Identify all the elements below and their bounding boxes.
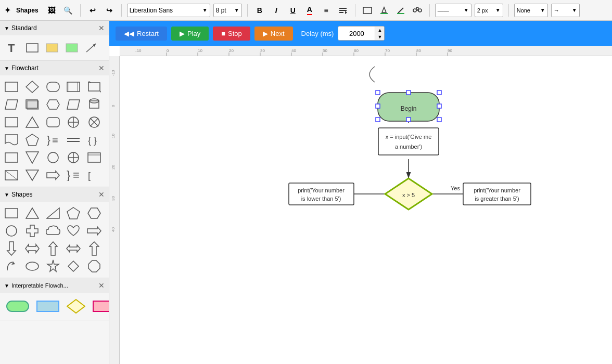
next-btn[interactable]: ▶ Next [254,27,293,41]
fc-chevron-down[interactable] [24,149,41,166]
waypoint-btn[interactable] [411,4,424,17]
fc-circle[interactable] [45,149,61,166]
fc-x-circle[interactable] [86,114,103,131]
arrow-shape[interactable] [83,40,100,56]
fc-rounded-rect2[interactable] [45,114,61,131]
bold-btn[interactable]: B [253,4,266,17]
fc-rect[interactable] [3,79,20,95]
sh-cross[interactable] [24,223,41,239]
filled-rect-shape[interactable] [44,40,60,56]
sh-dbl-arrow-h2[interactable] [65,240,82,257]
sh-star[interactable] [45,258,61,275]
sh-arrow-up2[interactable] [86,240,103,257]
interp-begin-end[interactable] [4,298,31,314]
flowchart-section-header[interactable]: ▼ Flowchart ✕ [0,61,109,75]
line-width-select[interactable]: 2 px ▼ [475,4,503,17]
fc-rect3[interactable] [3,149,20,166]
search-icon-btn[interactable]: 🔍 [61,4,75,17]
fc-arrow-right[interactable] [45,167,61,184]
align-btn[interactable]: ≡ [320,4,333,17]
fc-circle-cross[interactable] [65,114,82,131]
fc-left-curly[interactable]: }≡ [65,167,82,184]
standard-close-btn[interactable]: ✕ [98,24,105,32]
font-size-select[interactable]: 8 pt ▼ [213,4,242,17]
fc-bracket[interactable]: [ [86,167,103,184]
fc-circle-cross2[interactable] [65,149,82,166]
italic-btn[interactable]: I [270,4,283,17]
delay-input[interactable] [338,28,375,40]
sh-diamond[interactable] [65,258,82,275]
sh-cloud[interactable] [45,223,61,239]
line-style-select[interactable]: —— ▼ [435,4,471,17]
canvas-area[interactable]: -10 0 10 20 30 40 50 60 70 80 90 [109,46,612,364]
standard-section-header[interactable]: ▼ Standard ✕ [0,21,109,35]
shapes-close-btn[interactable]: ✕ [98,190,105,199]
fc-scroll[interactable] [86,79,103,95]
sh-heart[interactable] [65,223,82,239]
svg-marker-33 [26,117,39,127]
fc-double-rect[interactable] [65,79,82,95]
fc-diamond[interactable] [24,79,41,95]
svg-point-67 [6,226,17,236]
sh-circle[interactable] [3,223,20,239]
sep2 [121,4,122,17]
underline-btn[interactable]: U [286,4,300,17]
play-btn[interactable]: ▶ Play [171,27,209,41]
fc-shadow-rect[interactable] [24,96,41,113]
font-select[interactable]: Liberation Sans ▼ [127,4,210,17]
sh-pentagon[interactable] [65,205,82,222]
flowchart-close-btn[interactable]: ✕ [98,64,105,72]
fc-parallelogram[interactable] [65,96,82,113]
connection-end-select[interactable]: → ▼ [551,4,580,17]
fc-triangle[interactable] [24,114,41,131]
sh-right-triangle[interactable] [45,205,61,222]
interpretable-close-btn[interactable]: ✕ [98,281,105,290]
fc-inv-triangle[interactable] [24,167,41,184]
restart-btn[interactable]: ◀◀ Restart [116,27,167,41]
canvas-content[interactable]: No Yes [120,56,612,364]
sh-arrow-down[interactable] [3,240,20,257]
undo-btn[interactable]: ↩ [86,4,99,17]
fc-equals[interactable] [65,132,82,148]
fc-rect2[interactable] [3,114,20,131]
fc-pentagon[interactable] [24,132,41,148]
sh-triangle[interactable] [24,205,41,222]
input-shape[interactable] [378,128,439,155]
text-shape[interactable]: T [4,40,21,56]
sh-octagon[interactable] [86,258,103,275]
rect-shape[interactable] [24,40,41,56]
fc-rect5[interactable] [3,167,20,184]
shapes-section-header[interactable]: ▼ Shapes ✕ [0,187,109,202]
fc-curly-brace[interactable]: { } [86,132,103,148]
sh-hexagon[interactable] [86,205,103,222]
green-rect-shape[interactable] [63,40,80,56]
sh-dbl-arrow-h[interactable] [24,240,41,257]
redo-btn[interactable]: ↪ [103,4,116,17]
text-flow-btn[interactable] [336,4,350,17]
interp-decision[interactable] [65,297,87,316]
font-color-btn[interactable]: A [303,4,316,17]
connection-start-select[interactable]: None ▼ [514,4,548,17]
fc-input[interactable] [3,96,20,113]
interpretable-section-header[interactable]: ▼ Interpretable Flowch... ✕ [0,278,109,293]
rect-tool-btn[interactable] [361,4,374,17]
sh-arrow-up[interactable] [45,240,61,257]
stroke-color-btn[interactable] [394,4,407,17]
stop-btn[interactable]: ■ Stop [213,27,250,41]
sh-ellipse[interactable] [24,258,41,275]
fc-cylinder[interactable] [86,96,103,113]
delay-down-btn[interactable]: ▼ [375,33,384,40]
fc-brace[interactable]: }≡ [45,132,61,148]
sh-curved-arrow[interactable] [3,258,20,275]
sh-arrow-right[interactable] [86,223,103,239]
fc-hexagon[interactable] [45,96,61,113]
fc-doc[interactable] [3,132,20,148]
interp-io[interactable] [91,298,109,314]
fc-rect4[interactable] [86,149,103,166]
sh-rect[interactable] [3,205,20,222]
fill-color-btn[interactable] [377,4,391,17]
delay-up-btn[interactable]: ▲ [375,27,384,33]
fc-rounded-rect[interactable] [45,79,61,95]
interp-process[interactable] [34,298,61,314]
image-icon-btn[interactable]: 🖼 [45,4,58,17]
